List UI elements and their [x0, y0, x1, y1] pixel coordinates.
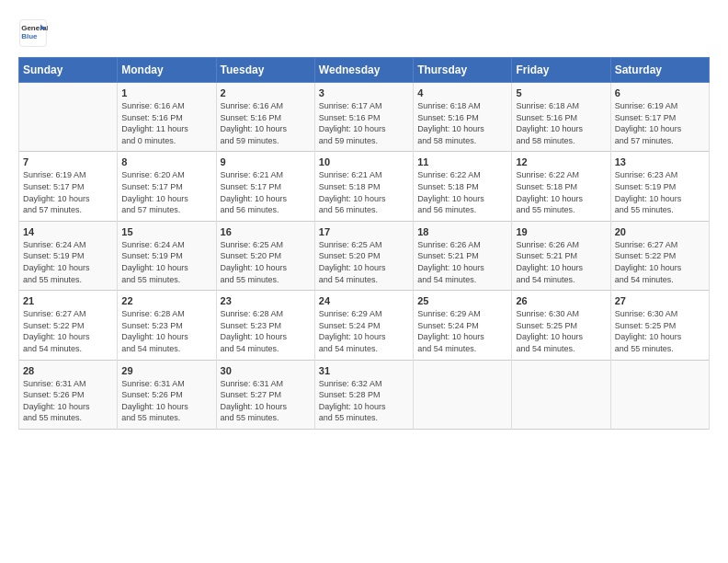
calendar-cell: 16Sunrise: 6:25 AM Sunset: 5:20 PM Dayli…: [216, 221, 314, 290]
calendar-cell: 25Sunrise: 6:29 AM Sunset: 5:24 PM Dayli…: [414, 291, 512, 360]
svg-text:Blue: Blue: [21, 32, 38, 40]
day-number: 10: [319, 156, 409, 167]
calendar-cell: 15Sunrise: 6:24 AM Sunset: 5:19 PM Dayli…: [118, 221, 216, 290]
day-info: Sunrise: 6:27 AM Sunset: 5:22 PM Dayligh…: [615, 239, 705, 285]
day-info: Sunrise: 6:31 AM Sunset: 5:26 PM Dayligh…: [121, 378, 211, 424]
day-info: Sunrise: 6:16 AM Sunset: 5:16 PM Dayligh…: [121, 100, 211, 146]
day-number: 15: [121, 226, 211, 237]
calendar-week-row: 28Sunrise: 6:31 AM Sunset: 5:26 PM Dayli…: [19, 360, 710, 429]
calendar-body: 1Sunrise: 6:16 AM Sunset: 5:16 PM Daylig…: [19, 83, 710, 430]
calendar-cell: 31Sunrise: 6:32 AM Sunset: 5:28 PM Dayli…: [314, 360, 413, 429]
day-info: Sunrise: 6:23 AM Sunset: 5:19 PM Dayligh…: [615, 169, 705, 215]
day-number: 27: [615, 295, 705, 306]
day-info: Sunrise: 6:31 AM Sunset: 5:26 PM Dayligh…: [23, 378, 113, 424]
calendar-cell: 1Sunrise: 6:16 AM Sunset: 5:16 PM Daylig…: [118, 83, 216, 152]
calendar-day-header: Thursday: [414, 58, 512, 83]
calendar-cell: [512, 360, 610, 429]
calendar-cell: 29Sunrise: 6:31 AM Sunset: 5:26 PM Dayli…: [118, 360, 216, 429]
calendar-cell: 4Sunrise: 6:18 AM Sunset: 5:16 PM Daylig…: [414, 83, 512, 152]
calendar-day-header: Monday: [118, 58, 216, 83]
day-info: Sunrise: 6:24 AM Sunset: 5:19 PM Dayligh…: [23, 239, 113, 285]
day-number: 9: [221, 156, 311, 167]
calendar-day-header: Friday: [512, 58, 610, 83]
day-info: Sunrise: 6:24 AM Sunset: 5:19 PM Dayligh…: [121, 239, 211, 285]
day-info: Sunrise: 6:18 AM Sunset: 5:16 PM Dayligh…: [516, 100, 606, 146]
day-number: 8: [121, 156, 211, 167]
calendar-cell: 6Sunrise: 6:19 AM Sunset: 5:17 PM Daylig…: [610, 83, 709, 152]
day-number: 24: [319, 295, 409, 306]
calendar-cell: 2Sunrise: 6:16 AM Sunset: 5:16 PM Daylig…: [216, 83, 314, 152]
day-number: 3: [319, 87, 409, 98]
day-info: Sunrise: 6:29 AM Sunset: 5:24 PM Dayligh…: [417, 308, 507, 354]
page-header: General Blue: [18, 18, 710, 48]
day-number: 2: [221, 87, 311, 98]
day-info: Sunrise: 6:25 AM Sunset: 5:20 PM Dayligh…: [221, 239, 311, 285]
day-number: 4: [417, 87, 507, 98]
day-number: 7: [23, 156, 113, 167]
day-info: Sunrise: 6:27 AM Sunset: 5:22 PM Dayligh…: [23, 308, 113, 354]
calendar-week-row: 21Sunrise: 6:27 AM Sunset: 5:22 PM Dayli…: [19, 291, 710, 360]
day-number: 18: [417, 226, 507, 237]
day-info: Sunrise: 6:17 AM Sunset: 5:16 PM Dayligh…: [319, 100, 409, 146]
day-info: Sunrise: 6:20 AM Sunset: 5:17 PM Dayligh…: [121, 169, 211, 215]
day-number: 23: [221, 295, 311, 306]
day-number: 28: [23, 365, 113, 376]
day-number: 22: [121, 295, 211, 306]
day-number: 19: [516, 226, 606, 237]
day-info: Sunrise: 6:32 AM Sunset: 5:28 PM Dayligh…: [319, 378, 409, 424]
calendar-cell: 27Sunrise: 6:30 AM Sunset: 5:25 PM Dayli…: [610, 291, 709, 360]
calendar-cell: 10Sunrise: 6:21 AM Sunset: 5:18 PM Dayli…: [314, 152, 413, 221]
calendar-cell: [610, 360, 709, 429]
calendar-cell: 28Sunrise: 6:31 AM Sunset: 5:26 PM Dayli…: [19, 360, 118, 429]
calendar-cell: 5Sunrise: 6:18 AM Sunset: 5:16 PM Daylig…: [512, 83, 610, 152]
calendar-cell: 9Sunrise: 6:21 AM Sunset: 5:17 PM Daylig…: [216, 152, 314, 221]
day-info: Sunrise: 6:22 AM Sunset: 5:18 PM Dayligh…: [516, 169, 606, 215]
day-info: Sunrise: 6:31 AM Sunset: 5:27 PM Dayligh…: [221, 378, 311, 424]
day-info: Sunrise: 6:28 AM Sunset: 5:23 PM Dayligh…: [121, 308, 211, 354]
calendar-cell: 18Sunrise: 6:26 AM Sunset: 5:21 PM Dayli…: [414, 221, 512, 290]
day-number: 31: [319, 365, 409, 376]
day-number: 16: [221, 226, 311, 237]
day-info: Sunrise: 6:19 AM Sunset: 5:17 PM Dayligh…: [615, 100, 705, 146]
day-number: 21: [23, 295, 113, 306]
logo: General Blue: [18, 18, 51, 48]
calendar-cell: 21Sunrise: 6:27 AM Sunset: 5:22 PM Dayli…: [19, 291, 118, 360]
day-number: 13: [615, 156, 705, 167]
calendar-week-row: 7Sunrise: 6:19 AM Sunset: 5:17 PM Daylig…: [19, 152, 710, 221]
calendar-cell: 17Sunrise: 6:25 AM Sunset: 5:20 PM Dayli…: [314, 221, 413, 290]
logo-icon: General Blue: [18, 18, 48, 48]
calendar-cell: 11Sunrise: 6:22 AM Sunset: 5:18 PM Dayli…: [414, 152, 512, 221]
calendar-cell: 7Sunrise: 6:19 AM Sunset: 5:17 PM Daylig…: [19, 152, 118, 221]
calendar-cell: 24Sunrise: 6:29 AM Sunset: 5:24 PM Dayli…: [314, 291, 413, 360]
day-info: Sunrise: 6:30 AM Sunset: 5:25 PM Dayligh…: [516, 308, 606, 354]
calendar-cell: [414, 360, 512, 429]
day-number: 20: [615, 226, 705, 237]
calendar-week-row: 14Sunrise: 6:24 AM Sunset: 5:19 PM Dayli…: [19, 221, 710, 290]
day-info: Sunrise: 6:16 AM Sunset: 5:16 PM Dayligh…: [221, 100, 311, 146]
day-number: 30: [221, 365, 311, 376]
day-number: 12: [516, 156, 606, 167]
calendar-header-row: SundayMondayTuesdayWednesdayThursdayFrid…: [19, 58, 710, 83]
calendar-week-row: 1Sunrise: 6:16 AM Sunset: 5:16 PM Daylig…: [19, 83, 710, 152]
day-info: Sunrise: 6:21 AM Sunset: 5:17 PM Dayligh…: [221, 169, 311, 215]
day-number: 14: [23, 226, 113, 237]
calendar-cell: 3Sunrise: 6:17 AM Sunset: 5:16 PM Daylig…: [314, 83, 413, 152]
calendar-cell: 30Sunrise: 6:31 AM Sunset: 5:27 PM Dayli…: [216, 360, 314, 429]
calendar-table: SundayMondayTuesdayWednesdayThursdayFrid…: [18, 57, 710, 430]
calendar-cell: 19Sunrise: 6:26 AM Sunset: 5:21 PM Dayli…: [512, 221, 610, 290]
calendar-cell: 14Sunrise: 6:24 AM Sunset: 5:19 PM Dayli…: [19, 221, 118, 290]
day-info: Sunrise: 6:25 AM Sunset: 5:20 PM Dayligh…: [319, 239, 409, 285]
day-number: 5: [516, 87, 606, 98]
calendar-cell: 23Sunrise: 6:28 AM Sunset: 5:23 PM Dayli…: [216, 291, 314, 360]
calendar-day-header: Saturday: [610, 58, 709, 83]
day-number: 11: [417, 156, 507, 167]
day-info: Sunrise: 6:19 AM Sunset: 5:17 PM Dayligh…: [23, 169, 113, 215]
day-number: 29: [121, 365, 211, 376]
day-info: Sunrise: 6:18 AM Sunset: 5:16 PM Dayligh…: [417, 100, 507, 146]
calendar-day-header: Sunday: [19, 58, 118, 83]
day-info: Sunrise: 6:29 AM Sunset: 5:24 PM Dayligh…: [319, 308, 409, 354]
day-number: 25: [417, 295, 507, 306]
calendar-cell: 26Sunrise: 6:30 AM Sunset: 5:25 PM Dayli…: [512, 291, 610, 360]
calendar-cell: 22Sunrise: 6:28 AM Sunset: 5:23 PM Dayli…: [118, 291, 216, 360]
calendar-cell: 13Sunrise: 6:23 AM Sunset: 5:19 PM Dayli…: [610, 152, 709, 221]
